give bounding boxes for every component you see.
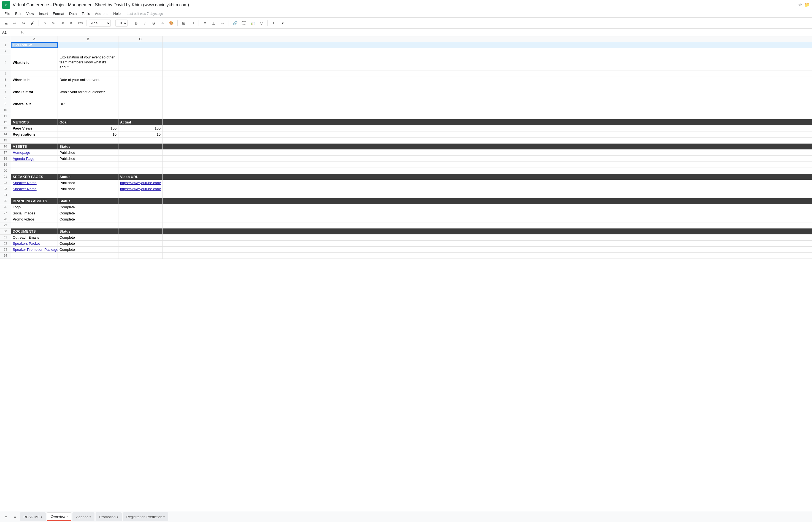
cell-a[interactable]: ASSETS xyxy=(11,144,58,149)
cell-a[interactable]: SPEAKER PAGES xyxy=(11,174,58,180)
cell-b[interactable] xyxy=(58,162,119,167)
cell-b[interactable]: Date of your online event. xyxy=(58,77,119,83)
cell-c[interactable] xyxy=(119,77,163,83)
comment-button[interactable]: 💬 xyxy=(240,19,248,27)
cell-b[interactable]: Complete xyxy=(58,247,119,253)
cell-c[interactable] xyxy=(119,113,163,119)
cell-a[interactable] xyxy=(11,162,58,167)
cell-c[interactable] xyxy=(119,253,163,259)
cell-a[interactable] xyxy=(11,138,58,143)
cell-c[interactable]: 10 xyxy=(119,132,163,137)
cell-b[interactable] xyxy=(58,95,119,101)
menu-tools[interactable]: Tools xyxy=(79,11,92,16)
cell-b[interactable]: 10 xyxy=(58,132,119,137)
cell-a[interactable]: Registrations xyxy=(11,132,58,137)
table-row[interactable]: 6 xyxy=(0,83,812,89)
cell-a[interactable]: Where is it xyxy=(11,101,58,107)
cell-c[interactable]: https://www.youtube.com/ xyxy=(119,180,163,186)
col-header-a[interactable]: A xyxy=(11,36,58,42)
text-color-button[interactable]: A xyxy=(159,19,166,27)
cell-a[interactable] xyxy=(11,107,58,113)
table-row[interactable]: 21SPEAKER PAGESStatusVideo URL xyxy=(0,174,812,180)
cell-c[interactable] xyxy=(119,192,163,198)
menu-edit[interactable]: Edit xyxy=(13,11,23,16)
cell-c[interactable] xyxy=(119,247,163,253)
cell-a[interactable]: Agenda Page xyxy=(11,156,58,161)
bold-button[interactable]: B xyxy=(132,19,140,27)
cell-b[interactable]: Published xyxy=(58,180,119,186)
table-row[interactable]: 17HomepagePublished xyxy=(0,150,812,156)
table-row[interactable]: 20 xyxy=(0,168,812,174)
cell-a[interactable] xyxy=(11,222,58,228)
chart-button[interactable]: 📊 xyxy=(249,19,256,27)
table-row[interactable]: 12METRICSGoalActual xyxy=(0,119,812,125)
align-left-button[interactable]: ≡ xyxy=(201,19,209,27)
cell-a[interactable]: BRANDING ASSETS xyxy=(11,198,58,204)
cell-a[interactable]: Logo xyxy=(11,204,58,210)
cell-b[interactable]: Complete xyxy=(58,216,119,222)
cell-a[interactable]: METRICS xyxy=(11,119,58,125)
table-row[interactable]: 33Speaker Promotion PackageComplete xyxy=(0,247,812,253)
table-row[interactable]: 16ASSETSStatus xyxy=(0,144,812,150)
table-row[interactable]: 32Speakers PacketComplete xyxy=(0,241,812,247)
font-size-select[interactable]: 10 xyxy=(116,20,127,27)
menu-format[interactable]: Format xyxy=(51,11,66,16)
table-row[interactable]: 10 xyxy=(0,107,812,113)
cell-b[interactable]: Published xyxy=(58,186,119,192)
text-wrap-button[interactable]: ↔ xyxy=(219,19,226,27)
cell-c[interactable] xyxy=(119,107,163,113)
cell-c[interactable]: 100 xyxy=(119,125,163,131)
cell-b[interactable]: Status xyxy=(58,174,119,180)
link-button[interactable]: 🔗 xyxy=(231,19,239,27)
cell-b[interactable] xyxy=(58,168,119,174)
currency-button[interactable]: $ xyxy=(41,19,49,27)
filter-button[interactable]: ▽ xyxy=(257,19,265,27)
col-header-c[interactable]: C xyxy=(119,36,163,42)
cell-c[interactable] xyxy=(119,83,163,89)
table-row[interactable]: 8 xyxy=(0,95,812,101)
print-button[interactable]: 🖨 xyxy=(2,19,10,27)
cell-reference[interactable] xyxy=(2,30,19,35)
cell-b[interactable]: Published xyxy=(58,156,119,161)
table-row[interactable]: 19 xyxy=(0,162,812,168)
cell-c[interactable] xyxy=(119,48,163,54)
cell-a[interactable] xyxy=(11,83,58,89)
cell-b[interactable]: Status xyxy=(58,198,119,204)
cell-b[interactable]: Published xyxy=(58,150,119,156)
cell-c[interactable] xyxy=(119,138,163,143)
cell-b[interactable]: URL xyxy=(58,101,119,107)
cell-c[interactable]: https://www.youtube.com/ xyxy=(119,186,163,192)
table-row[interactable]: 30DOCUMENTSStatus xyxy=(0,228,812,235)
cell-b[interactable]: Who's your target audience? xyxy=(58,89,119,95)
cell-a[interactable]: Speaker Name xyxy=(11,180,58,186)
cell-a[interactable]: Promo videos xyxy=(11,216,58,222)
cell-b[interactable]: Complete xyxy=(58,235,119,240)
cell-c[interactable] xyxy=(119,156,163,161)
cell-a[interactable] xyxy=(11,48,58,54)
cell-b[interactable]: Status xyxy=(58,228,119,234)
strikethrough-button[interactable]: S xyxy=(150,19,158,27)
table-row[interactable]: 26LogoComplete xyxy=(0,204,812,210)
cell-b[interactable]: Complete xyxy=(58,204,119,210)
cell-a[interactable]: Speaker Promotion Package xyxy=(11,247,58,253)
table-row[interactable]: 22Speaker NamePublishedhttps://www.youtu… xyxy=(0,180,812,186)
cell-a[interactable]: Homepage xyxy=(11,150,58,156)
cell-a[interactable]: What is it xyxy=(11,54,58,71)
col-header-b[interactable]: B xyxy=(58,36,119,42)
cell-c[interactable] xyxy=(119,210,163,216)
cell-a[interactable]: When is it xyxy=(11,77,58,83)
cell-a[interactable] xyxy=(11,95,58,101)
menu-insert[interactable]: Insert xyxy=(37,11,50,16)
cell-c[interactable] xyxy=(119,204,163,210)
folder-icon[interactable]: 📁 xyxy=(804,2,810,7)
redo-button[interactable]: ↪ xyxy=(20,19,27,27)
cell-c[interactable] xyxy=(119,95,163,101)
cell-b[interactable]: Complete xyxy=(58,241,119,246)
cell-b[interactable] xyxy=(58,83,119,89)
cell-a[interactable] xyxy=(11,253,58,259)
cell-a[interactable]: Who is it for xyxy=(11,89,58,95)
cell-c[interactable] xyxy=(119,168,163,174)
table-row[interactable]: 13Page Views100100 xyxy=(0,125,812,132)
table-row[interactable]: 3What is itExplaination of your event so… xyxy=(0,54,812,71)
menu-file[interactable]: File xyxy=(2,11,13,16)
